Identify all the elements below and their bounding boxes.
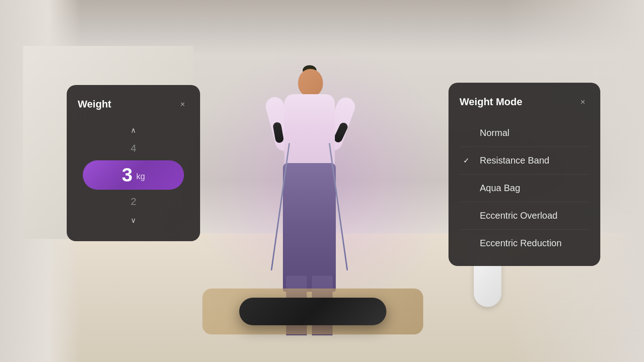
mode-item-aqua-bag[interactable]: Aqua Bag <box>460 175 589 202</box>
weight-current-value: 3 <box>122 164 132 186</box>
person-head <box>298 69 323 96</box>
weight-control: ∧ 4 3 kg 2 ∨ <box>78 122 189 228</box>
mode-item-normal[interactable]: Normal <box>460 119 589 147</box>
weight-mode-dialog: Weight Mode × Normal ✓ Resistance Band A… <box>448 83 600 266</box>
mode-dialog-title: Weight Mode <box>460 96 522 108</box>
mode-label-eccentric-overload: Eccentric Overload <box>480 210 558 221</box>
mode-dialog-header: Weight Mode × <box>460 96 589 108</box>
weight-increase-button[interactable]: ∧ <box>124 122 143 138</box>
weight-dialog: Weight × ∧ 4 3 kg 2 ∨ <box>67 85 200 241</box>
weight-value-above: 4 <box>131 140 136 157</box>
weight-decrease-button[interactable]: ∨ <box>124 212 143 228</box>
weight-dialog-header: Weight × <box>78 98 189 111</box>
mode-check-eccentric-overload <box>463 212 474 220</box>
weight-unit-label: kg <box>136 172 145 181</box>
mode-list: Normal ✓ Resistance Band Aqua Bag Eccent… <box>460 119 589 257</box>
mode-check-normal <box>463 129 474 137</box>
weight-dialog-close-button[interactable]: × <box>176 98 189 111</box>
weight-main-display: 3 kg <box>83 160 184 190</box>
person-body-top <box>284 94 335 168</box>
mode-item-eccentric-reduction[interactable]: Eccentric Reduction <box>460 230 589 257</box>
exercise-platform <box>239 298 386 325</box>
mode-item-resistance-band[interactable]: ✓ Resistance Band <box>460 147 589 175</box>
mode-check-eccentric-reduction <box>463 239 474 248</box>
mode-item-eccentric-overload[interactable]: Eccentric Overload <box>460 202 589 230</box>
mode-label-aqua-bag: Aqua Bag <box>480 183 520 193</box>
mode-check-aqua-bag <box>463 184 474 192</box>
mode-label-normal: Normal <box>480 128 509 138</box>
mode-dialog-close-button[interactable]: × <box>576 96 589 108</box>
weight-value-below: 2 <box>131 193 136 210</box>
weight-dialog-title: Weight <box>78 98 111 110</box>
person-pants <box>283 163 336 292</box>
mode-label-resistance-band: Resistance Band <box>480 155 549 166</box>
mode-label-eccentric-reduction: Eccentric Reduction <box>480 238 562 249</box>
mode-check-resistance-band: ✓ <box>463 156 474 165</box>
